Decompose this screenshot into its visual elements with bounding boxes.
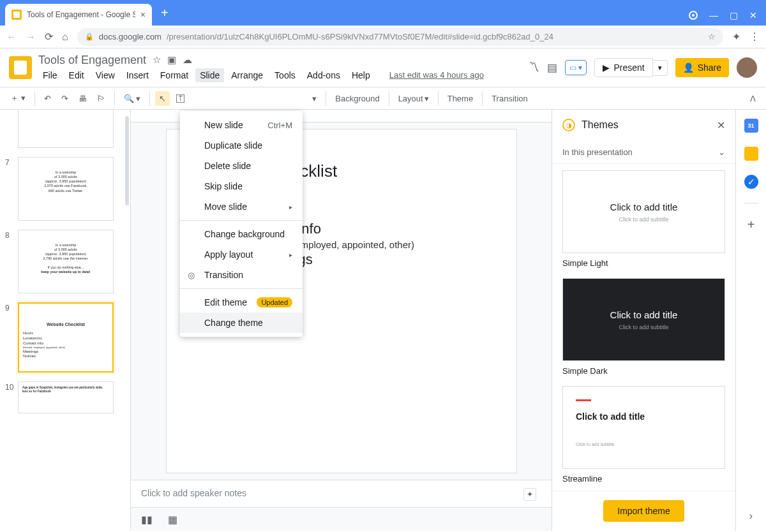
new-tab-button[interactable]: + xyxy=(152,6,177,20)
menu-addons[interactable]: Add-ons xyxy=(303,68,345,82)
layout-button[interactable]: Layout ▾ xyxy=(394,91,433,106)
slide-number: 10 xyxy=(5,381,14,413)
more-tools-dropdown[interactable]: ▾ xyxy=(308,91,320,106)
slide-thumb-6[interactable]: @pewinternet xyxy=(18,110,114,148)
theme-card-simple-dark[interactable]: Click to add title Click to add subtitle xyxy=(562,278,725,361)
keep-icon[interactable] xyxy=(744,147,758,161)
menu-help[interactable]: Help xyxy=(347,68,375,82)
grid-view-icon[interactable]: ▦ xyxy=(168,514,177,526)
present-launch-button[interactable]: ▭ ▾ xyxy=(565,60,587,75)
minimize-icon[interactable]: — xyxy=(709,10,718,20)
themes-title: Themes xyxy=(582,119,710,131)
select-tool-icon[interactable]: ↖ xyxy=(155,91,170,106)
toolbar: ＋ ▾ ↶ ↷ 🖶 🏳 🔍 ▾ ↖ 🅃 ▾ Background Layout … xyxy=(0,87,766,110)
menu-edit-theme[interactable]: Edit themeUpdated xyxy=(180,292,303,313)
move-folder-icon[interactable]: ▣ xyxy=(167,54,176,66)
filmstrip-scrollbar[interactable] xyxy=(125,116,129,205)
slide-number: 8 xyxy=(5,230,14,293)
close-panel-icon[interactable]: ✕ xyxy=(717,119,725,131)
print-icon[interactable]: 🖶 xyxy=(75,91,91,106)
cloud-status-icon[interactable]: ☁ xyxy=(183,54,192,66)
menu-tools[interactable]: Tools xyxy=(270,68,300,82)
menu-edit[interactable]: Edit xyxy=(64,68,89,82)
theme-card-streamline[interactable]: Click to add title Click to add subtitle xyxy=(562,386,725,469)
transition-button[interactable]: Transition xyxy=(488,91,532,106)
menu-change-background[interactable]: Change background xyxy=(180,224,303,244)
account-indicator-icon[interactable] xyxy=(689,11,698,20)
menu-apply-layout[interactable]: Apply layout▸ xyxy=(180,244,303,265)
last-edit-link[interactable]: Last edit was 4 hours ago xyxy=(385,68,488,82)
menu-format[interactable]: Format xyxy=(156,68,193,82)
forward-icon[interactable]: → xyxy=(26,31,36,43)
url-input[interactable]: 🔒 docs.google.com/presentation/d/1ulzC4h… xyxy=(77,28,723,46)
bookmark-star-icon[interactable]: ☆ xyxy=(708,32,716,41)
tab-title: Tools of Engagement - Google Sl xyxy=(27,10,135,19)
back-icon[interactable]: ← xyxy=(6,31,17,43)
menu-slide[interactable]: Slide xyxy=(195,68,224,82)
side-rail: 31 ✓ + › xyxy=(735,110,766,531)
speaker-notes-placeholder: Click to add speaker notes xyxy=(141,488,246,498)
themes-palette-icon: ◑ xyxy=(562,119,575,131)
speaker-notes[interactable]: Click to add speaker notes ✦ xyxy=(131,480,552,508)
slide-menu-dropdown: New slideCtrl+M Duplicate slide Delete s… xyxy=(180,111,303,337)
document-title[interactable]: Tools of Engagement xyxy=(38,54,146,67)
redo-icon[interactable]: ↷ xyxy=(57,91,72,106)
reload-icon[interactable]: ⟳ xyxy=(45,31,53,43)
themes-section-header[interactable]: In this presentation ⌄ xyxy=(552,141,735,164)
explore-button-icon[interactable]: ✦ xyxy=(523,488,536,501)
tasks-icon[interactable]: ✓ xyxy=(744,175,758,189)
theme-label: Streamline xyxy=(562,474,725,484)
filmstrip-view-icon[interactable]: ▮▮ xyxy=(141,514,153,526)
maximize-icon[interactable]: ▢ xyxy=(730,10,738,20)
star-icon[interactable]: ☆ xyxy=(153,54,161,66)
slide-filmstrip: @pewinternet 7 In a township of 3,000 ad… xyxy=(0,110,131,531)
slide-thumb-7[interactable]: In a township of 3,000 adults (approx. 3… xyxy=(18,157,114,221)
menu-file[interactable]: File xyxy=(38,68,62,82)
window-controls: — ▢ ✕ xyxy=(689,10,766,26)
textbox-tool-icon[interactable]: 🅃 xyxy=(172,91,188,106)
themes-panel: ◑ Themes ✕ In this presentation ⌄ Click … xyxy=(552,110,735,531)
background-button[interactable]: Background xyxy=(331,91,383,106)
menu-transition[interactable]: ◎Transition xyxy=(180,265,303,285)
menu-new-slide[interactable]: New slideCtrl+M xyxy=(180,115,303,135)
collapse-toolbar-icon[interactable]: ᐱ xyxy=(746,91,760,106)
browser-tab[interactable]: Tools of Engagement - Google Sl × xyxy=(5,4,152,26)
menu-arrange[interactable]: Arrange xyxy=(227,68,267,82)
present-dropdown[interactable]: ▼ xyxy=(653,60,668,76)
calendar-icon[interactable]: 31 xyxy=(744,119,758,133)
theme-card-simple-light[interactable]: Click to add title Click to add subtitle xyxy=(562,170,725,253)
menu-insert[interactable]: Insert xyxy=(122,68,153,82)
comments-icon[interactable]: ▤ xyxy=(547,61,557,75)
import-theme-button[interactable]: Import theme xyxy=(603,500,684,522)
zoom-button[interactable]: 🔍 ▾ xyxy=(120,91,145,106)
extensions-icon[interactable]: ✦ xyxy=(732,31,740,43)
new-slide-button[interactable]: ＋ ▾ xyxy=(6,90,29,107)
close-tab-icon[interactable]: × xyxy=(140,10,146,20)
paint-format-icon[interactable]: 🏳 xyxy=(93,91,109,106)
account-avatar[interactable] xyxy=(737,57,757,78)
menu-skip-slide[interactable]: Skip slide xyxy=(180,176,303,196)
menu-move-slide[interactable]: Move slide▸ xyxy=(180,196,303,217)
share-button[interactable]: 👤 Share xyxy=(675,58,729,77)
url-host: docs.google.com xyxy=(99,32,161,41)
menu-delete-slide[interactable]: Delete slide xyxy=(180,156,303,176)
collapse-rail-icon[interactable]: › xyxy=(749,510,753,522)
close-window-icon[interactable]: ✕ xyxy=(749,10,757,20)
home-icon[interactable]: ⌂ xyxy=(62,31,68,43)
slide-thumb-8[interactable]: In a township of 3,000 adults (approx. 3… xyxy=(18,230,114,293)
menu-change-theme[interactable]: Change theme xyxy=(180,313,303,333)
present-button[interactable]: ▶ Present xyxy=(594,58,652,77)
menubar: File Edit View Insert Format Slide Arran… xyxy=(38,68,488,82)
menu-view[interactable]: View xyxy=(91,68,119,82)
browser-menu-icon[interactable]: ⋮ xyxy=(749,31,760,43)
theme-label: Simple Light xyxy=(562,258,725,268)
undo-icon[interactable]: ↶ xyxy=(40,91,55,106)
activity-icon[interactable]: 〽 xyxy=(529,61,539,74)
slide-thumb-10[interactable]: Age gaps in Snapchat, Instagram use are … xyxy=(18,381,114,413)
view-bar: ▮▮ ▦ xyxy=(131,507,552,531)
theme-button[interactable]: Theme xyxy=(444,91,477,106)
slides-logo-icon[interactable] xyxy=(9,56,32,79)
slide-thumb-9-selected[interactable]: Website Checklist Hours Location(s) Cont… xyxy=(18,302,114,373)
add-sidebar-icon[interactable]: + xyxy=(744,218,758,232)
menu-duplicate-slide[interactable]: Duplicate slide xyxy=(180,135,303,156)
